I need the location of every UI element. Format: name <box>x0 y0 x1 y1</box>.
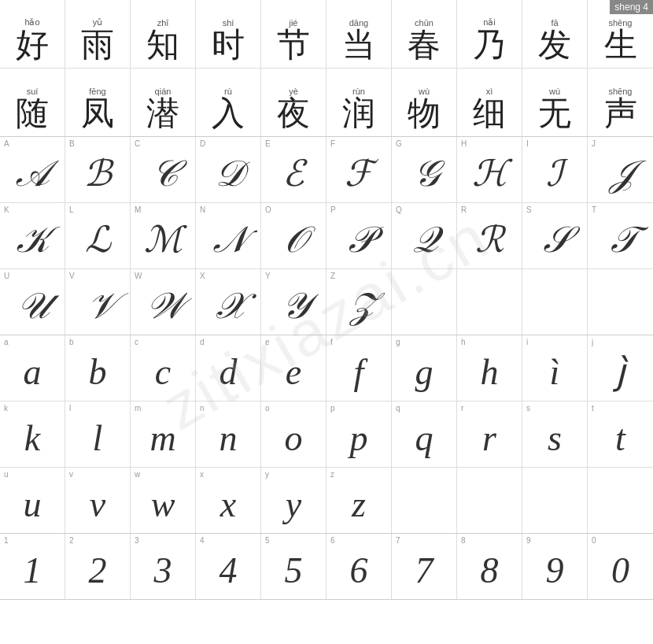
cell-0-7: hh <box>457 335 522 401</box>
cell-char: p <box>350 420 368 457</box>
cell-char: t <box>615 420 625 457</box>
cell-label: j <box>592 338 593 346</box>
cell-label: Z <box>330 272 335 280</box>
cell-char: y <box>286 487 301 523</box>
cell-1-9: T𝒯 <box>588 203 653 268</box>
cell-char: 𝒜 <box>17 156 48 192</box>
cell-label: q <box>396 404 400 413</box>
cell-char: ℱ <box>345 156 373 192</box>
cell-2-3: X𝒳 <box>196 269 261 335</box>
cell-hanzi: 春 <box>408 28 441 61</box>
cell-2-5: zz <box>326 468 392 533</box>
cell-1-5: pp <box>326 402 392 467</box>
cell-char: 1 <box>24 553 42 589</box>
cell-1-5: P𝒫 <box>326 203 392 268</box>
cell-char: 𝒢 <box>411 156 437 192</box>
cell-hanzi: 雨 <box>81 28 114 61</box>
cell-label: e <box>265 338 270 346</box>
chinese-cell-1-4: yè夜 <box>261 68 326 136</box>
cell-label: K <box>4 205 9 214</box>
chinese-cell-0-6: chūn春 <box>392 0 457 68</box>
cell-char: ℋ <box>472 156 507 192</box>
chinese-cell-0-2: zhī知 <box>131 0 196 68</box>
cell-label: h <box>461 338 466 346</box>
cell-label: k <box>4 404 8 413</box>
cell-char: o <box>285 420 303 457</box>
cell-0-7: 88 <box>457 534 522 599</box>
chinese-cell-0-8: fā发 <box>522 0 588 68</box>
cell-hanzi: 夜 <box>277 97 310 130</box>
cell-label: g <box>396 338 400 346</box>
chinese-cell-0-1: yǔ雨 <box>65 0 131 68</box>
cell-1-1: Lℒ <box>65 203 131 268</box>
cell-char: 𝒩 <box>214 222 243 258</box>
cell-label: c <box>135 338 138 346</box>
cell-hanzi: 时 <box>212 28 245 61</box>
cell-hanzi: 知 <box>146 28 179 61</box>
cell-hanzi: 好 <box>16 28 49 61</box>
cell-label: N <box>200 205 205 214</box>
cell-2-4: yy <box>261 468 326 533</box>
cell-hanzi: 凤 <box>81 97 114 130</box>
cell-0-9: jj̀ <box>588 335 653 401</box>
chinese-cell-0-4: jié节 <box>261 0 326 68</box>
cell-char: 𝒳 <box>214 288 242 324</box>
cell-0-1: 22 <box>65 534 131 599</box>
cell-label: 7 <box>396 536 400 545</box>
cell-1-3: nn <box>196 402 261 467</box>
cell-label: i <box>526 338 528 346</box>
cell-char: 𝒟 <box>213 156 244 192</box>
cell-label: H <box>461 139 467 148</box>
cell-1-2: mm <box>131 402 196 467</box>
chinese-cell-1-7: xì细 <box>457 68 522 136</box>
cell-char: r <box>482 420 496 457</box>
uppercase-section: A𝒜BℬC𝒞D𝒟EℰFℱG𝒢HℋIℐJ𝒥K𝒦LℒMℳN𝒩O𝒪P𝒫Q𝒬RℛS𝒮T𝒯… <box>0 137 653 335</box>
cell-label: Y <box>265 272 271 280</box>
cell-1-0: kk <box>0 402 65 467</box>
cell-0-5: Fℱ <box>326 137 392 202</box>
number-section: 11223344556677889900 <box>0 534 653 600</box>
cell-char: ℰ <box>282 156 304 192</box>
cell-label: d <box>200 338 205 346</box>
cell-1-7: rr <box>457 402 522 467</box>
cell-label: b <box>69 338 74 346</box>
cell-char: ℳ <box>144 222 183 258</box>
cell-2-9 <box>588 468 653 533</box>
cell-char: 𝒬 <box>411 222 437 258</box>
cell-2-2: W𝒲 <box>131 269 196 335</box>
cell-pinyin: shēng <box>609 87 633 96</box>
cell-1-3: N𝒩 <box>196 203 261 268</box>
cell-2-6 <box>392 468 457 533</box>
cell-1-0: K𝒦 <box>0 203 65 268</box>
cell-char: 𝒱 <box>86 288 110 324</box>
cell-label: m <box>135 404 141 413</box>
cell-char: n <box>220 420 238 457</box>
cell-char: k <box>24 420 40 457</box>
cell-label: P <box>330 205 336 214</box>
cell-char: 2 <box>89 553 107 589</box>
cell-0-6: 77 <box>392 534 457 599</box>
cell-pinyin: yè <box>289 87 298 96</box>
cell-0-8: iì <box>522 335 588 401</box>
cell-label: R <box>461 205 467 214</box>
cell-char: 6 <box>350 553 368 589</box>
cell-label: V <box>69 272 75 280</box>
cell-2-0: U𝒰 <box>0 269 65 335</box>
cell-1-8: ss <box>522 402 588 467</box>
cell-2-4: Y𝒴 <box>261 269 326 335</box>
cell-0-0: A𝒜 <box>0 137 65 202</box>
cell-0-5: 66 <box>326 534 392 599</box>
cell-hanzi: 随 <box>16 97 49 130</box>
chinese-section: hǎo好yǔ雨zhī知shí时jié节dāng当chūn春nǎi乃fā发shēn… <box>0 0 653 137</box>
cell-0-4: ee <box>261 335 326 401</box>
cell-label: C <box>135 139 140 148</box>
cell-1-7: Rℛ <box>457 203 522 268</box>
cell-pinyin: shí <box>223 18 234 28</box>
cell-char: a <box>24 354 42 390</box>
cell-2-7 <box>457 468 522 533</box>
cell-label: Q <box>396 205 402 214</box>
cell-0-7: Hℋ <box>457 137 522 202</box>
cell-2-0: uu <box>0 468 65 533</box>
cell-char: 𝒞 <box>149 156 176 192</box>
cell-char: ℛ <box>475 222 504 258</box>
